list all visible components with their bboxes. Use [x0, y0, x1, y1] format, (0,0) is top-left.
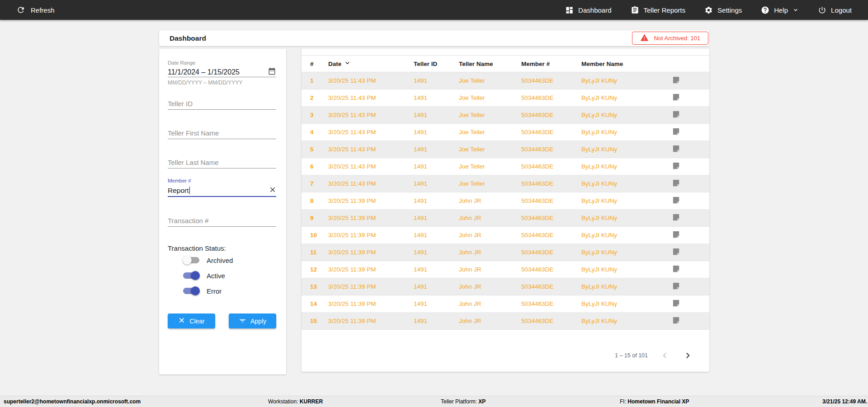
- row-teller-name: Joe Teller: [459, 129, 521, 136]
- note-icon[interactable]: [671, 247, 681, 257]
- row-teller-name: Joe Teller: [459, 146, 521, 153]
- table-row[interactable]: 3 3/20/25 11:43 PM 1491 Joe Teller 50344…: [302, 107, 709, 124]
- clear-field-x-icon[interactable]: [269, 186, 276, 195]
- row-member-num: 5034463DE: [521, 163, 581, 170]
- note-icon[interactable]: [671, 264, 681, 274]
- nav-help[interactable]: Help: [761, 6, 799, 14]
- apply-button-label: Apply: [250, 318, 266, 325]
- col-header-member-name[interactable]: Member Name: [581, 61, 669, 67]
- row-member-num: 5034463DE: [521, 77, 581, 84]
- nav-settings-label: Settings: [717, 6, 742, 14]
- fi-info: FI: Hometown Financial XP: [620, 396, 689, 407]
- col-header-teller-name[interactable]: Teller Name: [459, 61, 521, 67]
- row-teller-id: 1491: [414, 197, 459, 204]
- note-icon[interactable]: [671, 299, 681, 309]
- table-row[interactable]: 8 3/20/25 11:39 PM 1491 John JR 5034463D…: [302, 192, 709, 210]
- nav-dashboard[interactable]: Dashboard: [565, 6, 611, 14]
- nav-help-label: Help: [774, 6, 788, 14]
- row-member-name: ByLyJI KUNy: [581, 318, 669, 324]
- teller-last-name-input[interactable]: [168, 156, 276, 168]
- table-row[interactable]: 13 3/20/25 11:39 PM 1491 John JR 5034463…: [302, 278, 709, 295]
- note-icon[interactable]: [671, 93, 681, 103]
- table-row[interactable]: 5 3/20/25 11:43 PM 1491 Joe Teller 50344…: [302, 141, 709, 158]
- col-header-num[interactable]: #: [310, 61, 328, 67]
- table-row[interactable]: 7 3/20/25 11:43 PM 1491 Joe Teller 50344…: [302, 175, 709, 192]
- row-member-num: 5034463DE: [521, 266, 581, 273]
- filter-icon: [239, 317, 246, 326]
- nav-settings[interactable]: Settings: [704, 6, 742, 14]
- next-page-button[interactable]: [682, 350, 693, 361]
- note-icon[interactable]: [671, 178, 681, 188]
- archived-toggle-row: Archived: [168, 255, 276, 266]
- nav-teller-reports[interactable]: Teller Reports: [631, 6, 686, 14]
- archived-toggle[interactable]: [183, 257, 199, 263]
- active-toggle[interactable]: [183, 272, 199, 279]
- row-member-name: ByLyJI KUNy: [581, 300, 669, 307]
- table-row[interactable]: 6 3/20/25 11:43 PM 1491 Joe Teller 50344…: [302, 158, 709, 175]
- table-row[interactable]: 10 3/20/25 11:39 PM 1491 John JR 5034463…: [302, 227, 709, 244]
- note-icon[interactable]: [671, 110, 681, 120]
- col-header-member-num[interactable]: Member #: [521, 61, 581, 67]
- date-range-hint: MM/DD/YYYY – MM/DD/YYYY: [168, 80, 276, 86]
- row-teller-id: 1491: [414, 300, 459, 307]
- col-header-teller-id[interactable]: Teller ID: [414, 61, 459, 67]
- calendar-icon[interactable]: [268, 67, 276, 77]
- note-icon[interactable]: [671, 75, 681, 85]
- x-icon: [178, 317, 185, 325]
- table-row[interactable]: 15 3/20/25 11:39 PM 1491 John JR 5034463…: [302, 313, 709, 330]
- row-number: 15: [310, 318, 328, 324]
- row-date: 3/20/25 11:43 PM: [328, 180, 414, 187]
- note-icon[interactable]: [671, 316, 681, 326]
- table-row[interactable]: 9 3/20/25 11:39 PM 1491 John JR 5034463D…: [302, 210, 709, 227]
- filter-panel: Date Range 11/1/2024 – 1/15/2025 MM/DD/Y…: [159, 49, 286, 374]
- row-date: 3/20/25 11:43 PM: [328, 112, 414, 118]
- row-teller-name: Joe Teller: [459, 180, 521, 187]
- table-row[interactable]: 12 3/20/25 11:39 PM 1491 John JR 5034463…: [302, 261, 709, 278]
- note-icon[interactable]: [671, 127, 681, 137]
- nav-dashboard-label: Dashboard: [578, 6, 611, 14]
- col-header-date[interactable]: Date: [328, 59, 414, 68]
- row-teller-id: 1491: [414, 129, 459, 136]
- note-icon[interactable]: [671, 281, 681, 291]
- nav-logout[interactable]: Logout: [818, 6, 852, 14]
- teller-last-name-field-group: [168, 156, 276, 168]
- note-icon[interactable]: [671, 230, 681, 240]
- active-toggle-row: Active: [168, 270, 276, 281]
- active-toggle-label: Active: [207, 272, 225, 280]
- row-teller-id: 1491: [414, 180, 459, 187]
- nav-teller-reports-label: Teller Reports: [644, 6, 686, 14]
- member-number-field[interactable]: Member # Report: [168, 178, 276, 197]
- transaction-status-label: Transaction Status:: [168, 244, 226, 252]
- row-member-num: 5034463DE: [521, 129, 581, 136]
- transaction-number-input[interactable]: [168, 215, 276, 227]
- note-icon[interactable]: [671, 144, 681, 154]
- clear-button[interactable]: Clear: [168, 313, 215, 328]
- refresh-button[interactable]: Refresh: [0, 5, 55, 14]
- row-number: 12: [310, 266, 328, 273]
- note-icon[interactable]: [671, 196, 681, 206]
- row-teller-id: 1491: [414, 112, 459, 118]
- table-row[interactable]: 4 3/20/25 11:43 PM 1491 Joe Teller 50344…: [302, 124, 709, 141]
- not-archived-badge[interactable]: Not Archived: 101: [632, 32, 708, 45]
- row-number: 8: [310, 197, 328, 204]
- note-icon[interactable]: [671, 161, 681, 171]
- row-member-num: 5034463DE: [521, 232, 581, 239]
- table-body: 1 3/20/25 11:43 PM 1491 Joe Teller 50344…: [302, 72, 709, 330]
- row-member-num: 5034463DE: [521, 146, 581, 153]
- date-range-field[interactable]: Date Range 11/1/2024 – 1/15/2025 MM/DD/Y…: [168, 60, 276, 86]
- table-row[interactable]: 14 3/20/25 11:39 PM 1491 John JR 5034463…: [302, 295, 709, 313]
- nav-logout-label: Logout: [831, 6, 852, 14]
- dashboard-icon: [565, 6, 574, 14]
- table-row[interactable]: 2 3/20/25 11:43 PM 1491 Joe Teller 50344…: [302, 89, 709, 107]
- row-date: 3/20/25 11:39 PM: [328, 249, 414, 256]
- apply-button[interactable]: Apply: [229, 313, 276, 328]
- note-icon[interactable]: [671, 213, 681, 223]
- row-date: 3/20/25 11:43 PM: [328, 94, 414, 101]
- teller-id-input[interactable]: [168, 98, 276, 110]
- teller-first-name-input[interactable]: [168, 127, 276, 139]
- workstation-info: Workstation: KURRER: [268, 396, 323, 407]
- table-row[interactable]: 1 3/20/25 11:43 PM 1491 Joe Teller 50344…: [302, 72, 709, 89]
- previous-page-button[interactable]: [660, 350, 670, 361]
- error-toggle[interactable]: [183, 288, 199, 294]
- table-row[interactable]: 11 3/20/25 11:39 PM 1491 John JR 5034463…: [302, 244, 709, 261]
